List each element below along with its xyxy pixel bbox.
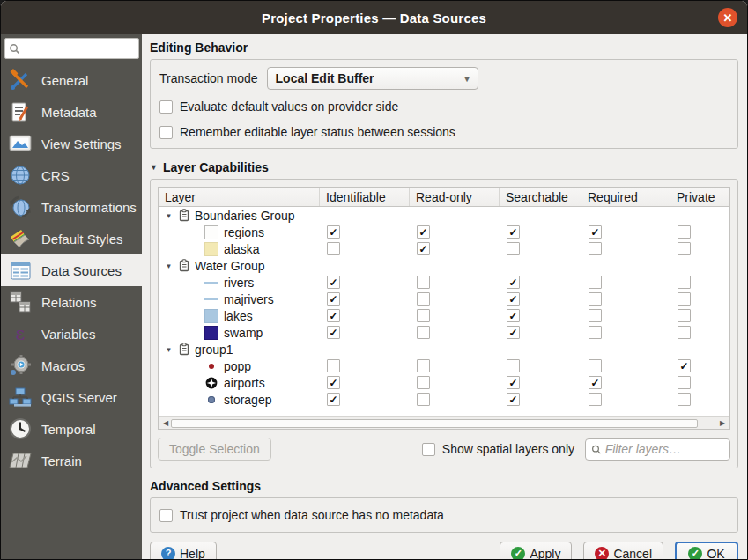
sidebar-item-transformations[interactable]: Transformations xyxy=(1,191,142,223)
scrollbar-thumb[interactable] xyxy=(171,419,698,428)
sidebar-item-variables[interactable]: εVariables xyxy=(1,318,142,350)
tree-expander-icon[interactable]: ▾ xyxy=(164,262,174,270)
capability-checkbox[interactable]: ✓ xyxy=(507,393,520,406)
layer-name-cell[interactable]: alaska xyxy=(159,240,320,257)
filter-layers-input[interactable] xyxy=(605,442,724,456)
capability-checkbox[interactable]: ✓ xyxy=(327,292,340,306)
sidebar-item-macros[interactable]: Macros xyxy=(1,350,142,381)
capability-checkbox[interactable] xyxy=(678,292,691,306)
apply-button[interactable]: ✓ Apply xyxy=(500,542,572,559)
trust-project-checkbox[interactable] xyxy=(159,509,173,522)
capability-checkbox[interactable] xyxy=(589,242,602,255)
capability-checkbox[interactable] xyxy=(417,292,430,306)
scroll-left-icon[interactable]: ◀ xyxy=(160,419,171,427)
sidebar-item-terrain[interactable]: Terrain xyxy=(1,445,142,476)
layer-name-cell[interactable]: airports xyxy=(159,374,320,391)
sidebar-search-input[interactable] xyxy=(20,42,135,55)
capability-checkbox[interactable] xyxy=(589,359,602,372)
column-header-private[interactable]: Private xyxy=(670,188,729,206)
capability-checkbox[interactable]: ✓ xyxy=(327,393,340,406)
capability-checkbox[interactable]: ✓ xyxy=(327,276,340,289)
layer-name-cell[interactable]: swamp xyxy=(159,324,320,341)
ok-button[interactable]: ✓ OK xyxy=(675,542,738,559)
capability-checkbox[interactable]: ✓ xyxy=(327,309,340,322)
capability-checkbox[interactable] xyxy=(589,292,602,306)
column-header-required[interactable]: Required xyxy=(581,188,670,206)
capability-checkbox[interactable] xyxy=(417,309,430,322)
capability-checkbox[interactable]: ✓ xyxy=(327,225,340,239)
layer-name-cell[interactable]: rivers xyxy=(159,274,320,291)
capability-checkbox[interactable] xyxy=(678,326,691,339)
capability-checkbox[interactable] xyxy=(417,326,430,339)
capability-checkbox[interactable]: ✓ xyxy=(327,326,340,339)
capability-checkbox[interactable] xyxy=(678,242,691,255)
cancel-button[interactable]: ✕ Cancel xyxy=(583,542,663,559)
column-header-layer[interactable]: Layer xyxy=(159,188,320,206)
capability-checkbox[interactable] xyxy=(589,326,602,339)
column-header-searchable[interactable]: Searchable xyxy=(500,188,581,206)
capability-checkbox[interactable] xyxy=(678,276,691,289)
capability-checkbox[interactable] xyxy=(678,309,691,322)
capability-checkbox[interactable] xyxy=(417,359,430,372)
capability-checkbox[interactable] xyxy=(678,393,691,406)
layer-name-cell[interactable]: lakes xyxy=(159,307,320,324)
capability-checkbox[interactable]: ✓ xyxy=(589,376,602,389)
capability-checkbox[interactable]: ✓ xyxy=(507,292,520,306)
sidebar-item-metadata[interactable]: Metadata xyxy=(1,96,142,128)
capability-checkbox[interactable]: ✓ xyxy=(327,376,340,389)
layer-name-cell[interactable]: popp xyxy=(159,357,320,374)
evaluate-defaults-checkbox[interactable] xyxy=(159,100,173,114)
capability-checkbox[interactable] xyxy=(327,242,340,255)
capability-checkbox[interactable] xyxy=(589,309,602,322)
sidebar-search[interactable] xyxy=(4,38,139,59)
tree-expander-icon[interactable]: ▾ xyxy=(164,345,174,354)
sidebar-item-label: Temporal xyxy=(41,422,96,437)
layer-capabilities-title[interactable]: ▼ Layer Capabilities xyxy=(150,160,738,174)
capability-checkbox[interactable] xyxy=(327,359,340,372)
column-header-identifiable[interactable]: Identifiable xyxy=(320,188,410,206)
capability-checkbox[interactable] xyxy=(417,393,430,406)
capability-checkbox[interactable] xyxy=(678,225,691,239)
toggle-selection-button[interactable]: Toggle Selection xyxy=(158,438,271,461)
capability-checkbox[interactable] xyxy=(589,276,602,289)
layer-name-cell[interactable]: majrivers xyxy=(159,291,320,307)
layer-name-cell[interactable]: storagep xyxy=(159,391,320,408)
layer-name-cell[interactable]: regions xyxy=(159,224,320,240)
tree-expander-icon[interactable]: ▾ xyxy=(164,211,174,220)
transaction-mode-dropdown[interactable]: Local Edit Buffer ▾ xyxy=(267,67,478,90)
layer-name-cell[interactable]: ▾Water Group xyxy=(159,257,320,274)
sidebar-item-default-styles[interactable]: Default Styles xyxy=(1,223,142,254)
capability-checkbox[interactable]: ✓ xyxy=(507,309,520,322)
capability-checkbox[interactable]: ✓ xyxy=(507,326,520,339)
capability-checkbox[interactable]: ✓ xyxy=(417,225,430,239)
capability-checkbox[interactable] xyxy=(417,376,430,389)
capability-checkbox[interactable] xyxy=(589,393,602,406)
sidebar-item-crs[interactable]: CRS xyxy=(1,159,142,191)
help-button[interactable]: ? Help xyxy=(150,542,217,559)
sidebar-item-temporal[interactable]: Temporal xyxy=(1,413,142,445)
capability-checkbox[interactable]: ✓ xyxy=(507,376,520,389)
layer-name-cell[interactable]: ▾Boundaries Group xyxy=(159,207,320,224)
capability-checkbox[interactable] xyxy=(507,242,520,255)
capability-checkbox[interactable] xyxy=(507,359,520,372)
remember-editable-checkbox[interactable] xyxy=(159,126,173,139)
column-header-readonly[interactable]: Read-only xyxy=(410,188,500,206)
capability-checkbox[interactable]: ✓ xyxy=(507,276,520,289)
sidebar-item-view-settings[interactable]: View Settings xyxy=(1,128,142,159)
capability-checkbox[interactable]: ✓ xyxy=(507,225,520,239)
capability-checkbox[interactable]: ✓ xyxy=(417,242,430,255)
scroll-right-icon[interactable]: ▶ xyxy=(717,419,728,427)
show-spatial-only-checkbox[interactable] xyxy=(422,443,435,456)
sidebar-item-general[interactable]: General xyxy=(1,64,142,96)
sidebar-item-data-sources[interactable]: Data Sources xyxy=(1,254,142,286)
close-icon[interactable]: ✕ xyxy=(718,8,737,27)
capability-checkbox[interactable]: ✓ xyxy=(589,225,602,239)
sidebar-item-qgis-server[interactable]: QGIS Server xyxy=(1,381,142,413)
capability-checkbox[interactable] xyxy=(417,276,430,289)
capability-checkbox[interactable] xyxy=(678,376,691,389)
layer-name-cell[interactable]: ▾group1 xyxy=(159,341,320,357)
sidebar-item-relations[interactable]: Relations xyxy=(1,286,142,318)
filter-layers-box[interactable] xyxy=(585,438,730,461)
horizontal-scrollbar[interactable]: ◀ ▶ xyxy=(159,416,729,429)
capability-checkbox[interactable]: ✓ xyxy=(678,359,691,372)
